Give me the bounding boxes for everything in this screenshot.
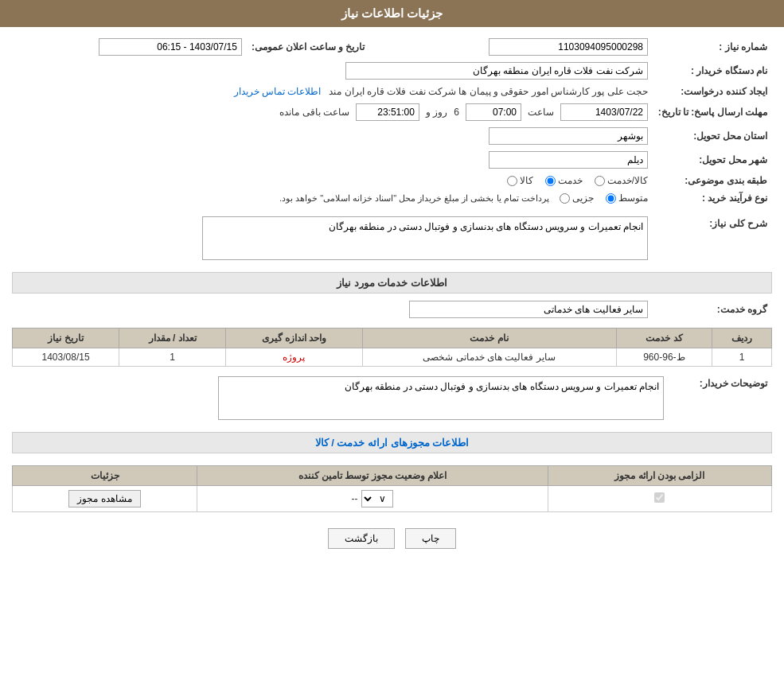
category-service-radio[interactable] [545,176,556,186]
purchase-type-radio-group: متوسط جزیی [560,192,648,204]
need-description-label: شرح کلی نیاز: [653,213,772,266]
service-quantity: 1 [119,348,226,367]
announce-date-input[interactable] [99,38,242,56]
list-item: ∨ -- مشاهده مجوز [13,486,772,512]
need-description-textarea[interactable]: انجام تعمیرات و سرویس دستگاه های بدنسازی… [202,216,648,260]
buyer-notes-label: توضیحات خریدار: [669,373,772,426]
button-group: چاپ بازگشت [12,516,772,565]
table-row: 1 ط-96-960 سایر فعالیت های خدماتی شخصی پ… [13,348,772,367]
creator-link[interactable]: اطلاعات تماس خریدار [234,86,322,97]
licenses-section-header: اطلاعات مجوزهای ارائه خدمت / کالا [12,432,772,453]
service-date: 1403/08/15 [13,348,119,367]
services-col-date: تاریخ نیاز [13,329,119,348]
remaining-days-value: 6 [454,107,459,118]
print-button[interactable]: چاپ [405,528,456,549]
services-col-code: کد خدمت [616,329,712,348]
license-required-cell [548,486,771,512]
need-description-table: شرح کلی نیاز: انجام تعمیرات و سرویس دستگ… [12,213,772,266]
services-table: ردیف کد خدمت نام خدمت واحد اندازه گیری ت… [12,328,772,367]
service-name: سایر فعالیت های خدماتی شخصی [362,348,616,367]
deadline-date-input[interactable] [560,103,648,121]
purchase-type-partial-radio[interactable] [560,193,570,204]
license-required-checkbox[interactable] [654,492,665,503]
license-status-select[interactable]: ∨ [361,490,393,507]
province-label: استان محل تحویل: [653,124,772,148]
deadline-time-label: ساعت [528,107,554,118]
purchase-type-option-partial: جزیی [560,192,594,204]
back-button[interactable]: بازگشت [328,528,395,549]
purchase-type-medium-label: متوسط [618,192,648,204]
main-content: شماره نیاز : تاریخ و ساعت اعلان عمومی: ن… [0,27,784,573]
page-wrapper: جزئیات اطلاعات نیاز شماره نیاز : تاریخ و… [0,0,784,696]
city-label: شهر محل تحویل: [653,148,772,172]
licenses-col-required: الزامی بودن ارائه مجوز [548,466,771,486]
category-label: طبقه بندی موضوعی: [653,172,772,189]
creator-value: حجت علی پور کارشناس امور حقوقی و پیمان ه… [329,86,648,97]
creator-label: ایجاد کننده درخواست: [653,83,772,100]
service-unit: پروژه [226,348,363,367]
category-option-goods-service: کالا/خدمت [595,175,648,186]
province-input[interactable] [489,127,648,145]
licenses-table: الزامی بودن ارائه مجوز اعلام وضعیت مجوز … [12,465,772,512]
need-number-label: شماره نیاز : [653,35,772,59]
buyer-org-label: نام دستگاه خریدار : [653,59,772,83]
purchase-type-label: نوع فرآیند خرید : [653,189,772,207]
services-col-unit: واحد اندازه گیری [226,329,363,348]
purchase-type-note: پرداخت تمام یا بخشی از مبلغ خریداز محل "… [279,193,549,203]
deadline-label: مهلت ارسال پاسخ: تا تاریخ: [653,100,772,124]
remaining-days-label: روز و [426,107,447,118]
view-license-button[interactable]: مشاهده مجوز [68,490,140,507]
purchase-type-medium-radio[interactable] [606,193,616,204]
services-col-qty: تعداد / مقدار [119,329,226,348]
license-details-cell: مشاهده مجوز [13,486,197,512]
licenses-col-details: جزئیات [13,466,197,486]
services-col-row: ردیف [712,329,772,348]
city-input[interactable] [489,151,648,169]
need-number-input[interactable] [489,38,648,56]
service-code: ط-96-960 [616,348,712,367]
licenses-col-status: اعلام وضعیت مجوز توسط تامین کننده [197,466,548,486]
purchase-type-partial-label: جزیی [572,192,594,204]
buyer-notes-table: توضیحات خریدار: انجام تعمیرات و سرویس دس… [12,373,772,426]
remaining-time-input[interactable] [356,103,419,121]
info-table: شماره نیاز : تاریخ و ساعت اعلان عمومی: ن… [12,35,772,207]
service-group-table: گروه خدمت: [12,297,772,321]
category-option-service: خدمت [545,175,583,186]
services-section-header: اطلاعات خدمات مورد نیاز [12,272,772,294]
category-radio-group: کالا/خدمت خدمت کالا [507,175,648,186]
category-goods-radio[interactable] [507,176,517,186]
service-group-label: گروه خدمت: [653,297,772,321]
services-col-name: نام خدمت [362,329,616,348]
service-row-num: 1 [712,348,772,367]
license-status-value: -- [351,493,357,504]
announce-date-label: تاریخ و ساعت اعلان عمومی: [247,35,369,59]
page-title: جزئیات اطلاعات نیاز [0,0,784,27]
category-service-label: خدمت [558,175,583,186]
buyer-notes-textarea[interactable]: انجام تعمیرات و سرویس دستگاه های بدنسازی… [218,376,664,420]
license-status-cell: ∨ -- [197,486,548,512]
category-goods-service-label: کالا/خدمت [607,175,648,186]
service-group-input[interactable] [409,301,648,318]
buyer-org-input[interactable] [345,62,648,80]
category-goods-label: کالا [520,175,533,186]
category-goods-service-radio[interactable] [595,176,605,186]
category-option-goods: کالا [507,175,533,186]
deadline-time-input[interactable] [466,103,521,121]
purchase-type-option-medium: متوسط [606,192,648,204]
licenses-section-link[interactable]: اطلاعات مجوزهای ارائه خدمت / کالا [315,437,470,449]
remaining-time-label: ساعت باقی مانده [279,107,349,118]
